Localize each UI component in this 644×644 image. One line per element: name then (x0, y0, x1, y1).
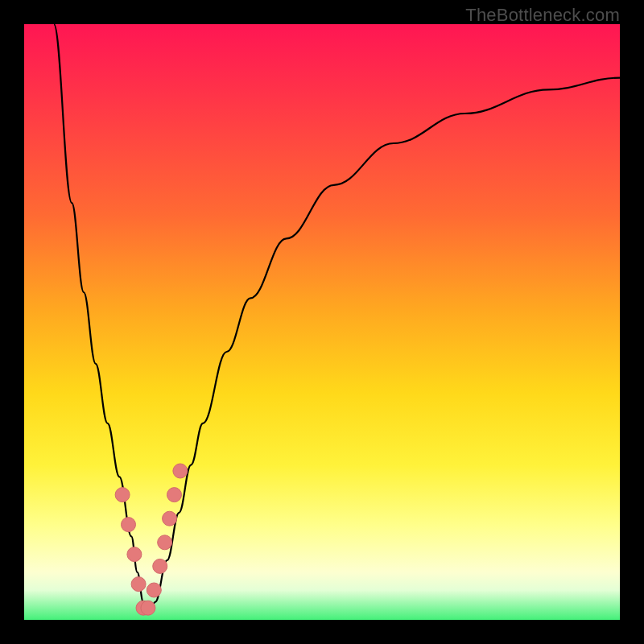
highlight-dot (173, 464, 188, 478)
highlight-dot (127, 547, 142, 562)
highlight-dot (167, 488, 181, 502)
highlight-dot (131, 577, 146, 592)
highlight-dot (122, 518, 136, 532)
highlight-dot (147, 583, 161, 597)
highlight-dot (163, 511, 177, 526)
bottleneck-curve (54, 24, 620, 614)
highlighted-points (115, 464, 188, 615)
chart-svg (24, 24, 620, 620)
highlight-dot (158, 535, 172, 550)
chart-frame: TheBottleneck.com (0, 0, 644, 644)
plot-area (24, 24, 620, 620)
highlight-dot (153, 559, 167, 573)
watermark-text: TheBottleneck.com (465, 5, 620, 26)
highlight-dot (141, 601, 155, 615)
highlight-dot (115, 488, 130, 502)
